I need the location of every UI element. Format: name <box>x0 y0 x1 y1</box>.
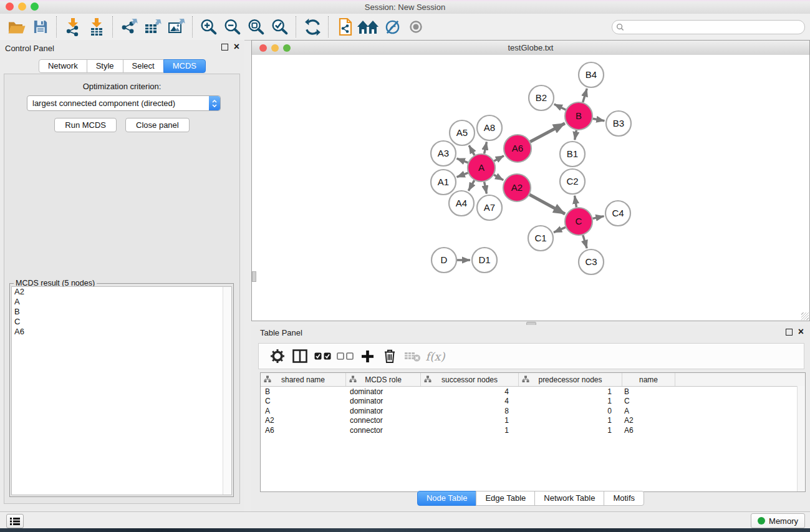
graph-edge[interactable] <box>583 235 587 248</box>
graph-edge[interactable] <box>457 173 468 177</box>
column-header-name[interactable]: name <box>622 373 675 386</box>
add-column-button[interactable] <box>356 346 378 367</box>
splitter-grip[interactable] <box>252 271 256 282</box>
table-scrollbar[interactable] <box>797 386 805 491</box>
graph-edge[interactable] <box>593 118 605 121</box>
graph-edge[interactable] <box>494 175 503 180</box>
graph-node-C2[interactable]: C2 <box>560 169 585 194</box>
graph-edge[interactable] <box>575 130 577 140</box>
graph-node-A6[interactable]: A6 <box>504 135 531 162</box>
graph-node-A3[interactable]: A3 <box>431 141 456 166</box>
graph-node-B1[interactable]: B1 <box>560 142 585 167</box>
graph-edge[interactable] <box>554 227 566 232</box>
import-table-button[interactable] <box>85 16 108 38</box>
export-network-button[interactable] <box>117 16 141 38</box>
float-table-panel-icon[interactable] <box>786 329 793 336</box>
graph-node-A4[interactable]: A4 <box>449 191 474 216</box>
graph-edge[interactable] <box>468 180 474 191</box>
tab-node-table[interactable]: Node Table <box>417 491 477 506</box>
graph-node-A[interactable]: A <box>468 154 495 181</box>
close-table-panel-icon[interactable]: × <box>798 328 804 336</box>
refresh-button[interactable] <box>301 16 324 38</box>
result-item[interactable]: C <box>12 317 231 327</box>
graph-node-B4[interactable]: B4 <box>579 62 604 87</box>
hide-graphics-button[interactable] <box>380 16 404 38</box>
column-header-MCDS-role[interactable]: MCDS role <box>346 373 421 386</box>
zoom-in-button[interactable] <box>197 16 221 38</box>
resize-grip-icon[interactable] <box>801 312 809 320</box>
tab-edge-table[interactable]: Edge Table <box>476 491 535 506</box>
close-panel-icon[interactable]: × <box>234 43 239 51</box>
run-mcds-button[interactable]: Run MCDS <box>54 118 117 132</box>
graph-edge[interactable] <box>485 142 487 154</box>
graph-edge[interactable] <box>494 156 504 161</box>
home-networks-button[interactable] <box>357 16 380 38</box>
result-item[interactable]: A <box>12 297 231 307</box>
open-session-button[interactable] <box>5 16 29 38</box>
tab-style[interactable]: Style <box>87 59 123 73</box>
graph-edge[interactable] <box>530 123 565 142</box>
network-canvas[interactable]: AA1A2A3A4A5A6A7A8BB1B2B3B4CC1C2C3C4DD1 <box>251 55 810 321</box>
graph-node-A1[interactable]: A1 <box>431 170 456 195</box>
network-graph[interactable]: AA1A2A3A4A5A6A7A8BB1B2B3B4CC1C2C3C4DD1 <box>252 55 809 321</box>
save-session-button[interactable] <box>29 16 52 38</box>
birds-eye-view-button[interactable] <box>404 16 428 38</box>
close-window-button[interactable] <box>6 2 14 11</box>
delete-table-button[interactable] <box>401 346 423 367</box>
table-row[interactable]: A6connector11A6 <box>261 425 805 435</box>
task-history-button[interactable] <box>6 514 24 528</box>
graph-node-B2[interactable]: B2 <box>529 85 554 110</box>
graph-node-A5[interactable]: A5 <box>450 120 475 145</box>
graph-node-C4[interactable]: C4 <box>605 201 630 226</box>
tab-select[interactable]: Select <box>123 59 164 73</box>
float-panel-icon[interactable] <box>221 44 228 51</box>
table-row[interactable]: Adominator80A <box>261 406 805 416</box>
tab-mcds[interactable]: MCDS <box>163 59 206 73</box>
graph-edge[interactable] <box>457 158 468 163</box>
search-field[interactable] <box>612 20 805 34</box>
graph-node-B[interactable]: B <box>565 102 592 130</box>
graph-edge[interactable] <box>554 104 566 110</box>
graph-edge[interactable] <box>575 196 577 208</box>
column-header-shared-name[interactable]: shared name <box>261 373 346 386</box>
table-row[interactable]: Bdominator41B <box>261 387 805 397</box>
memory-button[interactable]: Memory <box>751 513 805 528</box>
criterion-select[interactable]: largest connected component (directed) <box>27 95 221 111</box>
select-all-button[interactable] <box>311 346 334 367</box>
graph-node-A8[interactable]: A8 <box>477 115 502 140</box>
column-header-successor-nodes[interactable]: successor nodes <box>421 373 519 386</box>
graph-edge[interactable] <box>529 195 565 214</box>
graph-node-D[interactable]: D <box>432 248 456 273</box>
graph-node-A7[interactable]: A7 <box>477 195 502 220</box>
graph-edge[interactable] <box>583 89 587 102</box>
table-row[interactable]: A2connector11A2 <box>261 416 805 426</box>
export-image-button[interactable] <box>165 16 188 38</box>
result-item[interactable]: A2 <box>12 287 231 297</box>
column-header-predecessor-nodes[interactable]: predecessor nodes <box>519 373 622 386</box>
network-document-button[interactable] <box>333 16 357 38</box>
table-row[interactable]: Cdominator41C <box>261 397 805 407</box>
table-settings-button[interactable] <box>266 346 289 367</box>
graph-edge[interactable] <box>593 216 604 219</box>
zoom-fit-button[interactable] <box>244 16 268 38</box>
search-input[interactable] <box>627 22 801 32</box>
result-scrollbar[interactable] <box>223 287 231 495</box>
minimize-window-button[interactable] <box>18 2 26 11</box>
show-columns-button[interactable] <box>289 346 311 367</box>
graph-node-A2[interactable]: A2 <box>503 174 531 201</box>
close-panel-button[interactable]: Close panel <box>125 118 190 132</box>
zoom-out-button[interactable] <box>221 16 244 38</box>
graph-node-B3[interactable]: B3 <box>606 111 631 136</box>
graph-edge[interactable] <box>485 182 487 194</box>
result-item[interactable]: A6 <box>12 327 231 337</box>
export-table-button[interactable] <box>141 16 165 38</box>
graph-node-D1[interactable]: D1 <box>472 248 497 273</box>
tab-motifs[interactable]: Motifs <box>604 491 644 506</box>
tab-network[interactable]: Network <box>39 59 87 73</box>
import-network-button[interactable] <box>61 16 85 38</box>
zoom-selected-button[interactable] <box>268 16 292 38</box>
graph-node-C[interactable]: C <box>565 208 592 235</box>
graph-node-C3[interactable]: C3 <box>579 249 604 274</box>
graph-node-C1[interactable]: C1 <box>528 226 553 251</box>
deselect-all-button[interactable] <box>334 346 356 367</box>
